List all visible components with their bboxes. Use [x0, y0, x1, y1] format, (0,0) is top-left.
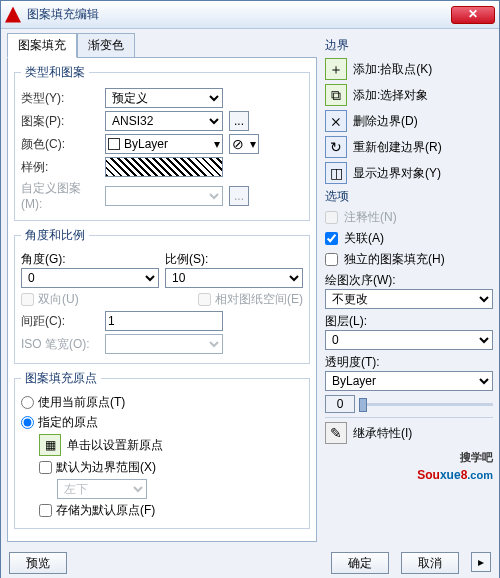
- label-click-set: 单击以设置新原点: [67, 437, 163, 454]
- select-custom: [105, 186, 223, 206]
- expand-button[interactable]: ▸: [471, 552, 491, 572]
- legend-type: 类型和图案: [21, 64, 89, 81]
- custom-browse-button: ...: [229, 186, 249, 206]
- select-type[interactable]: 预定义: [105, 88, 223, 108]
- tab-gradient[interactable]: 渐变色: [77, 33, 135, 58]
- btn-inherit[interactable]: ✎继承特性(I): [325, 422, 493, 444]
- label-custom: 自定义图案(M):: [21, 180, 99, 211]
- label-transparency: 透明度(T):: [325, 354, 493, 371]
- cancel-button[interactable]: 取消: [401, 552, 459, 574]
- legend-angle: 角度和比例: [21, 227, 89, 244]
- select-extents: 左下: [57, 479, 147, 499]
- btn-add-pickpoints[interactable]: ＋添加:拾取点(K): [325, 58, 493, 80]
- pattern-browse-button[interactable]: ...: [229, 111, 249, 131]
- tab-hatch[interactable]: 图案填充: [7, 33, 77, 58]
- btn-add-select[interactable]: ⧉添加:选择对象: [325, 84, 493, 106]
- btn-remove-boundary[interactable]: ⨯删除边界(D): [325, 110, 493, 132]
- radio-current-origin[interactable]: 使用当前原点(T): [21, 394, 303, 411]
- select-isopen: [105, 334, 223, 354]
- group-angle-scale: 角度和比例 角度(G): 0 比例(S): 10 双向(U): [14, 227, 310, 364]
- label-draworder: 绘图次序(W):: [325, 272, 493, 289]
- check-separate[interactable]: 独立的图案填充(H): [325, 251, 493, 268]
- sample-swatch[interactable]: [105, 157, 223, 177]
- select-draworder[interactable]: 不更改: [325, 289, 493, 309]
- group-type-pattern: 类型和图案 类型(Y): 预定义 图案(P): ANSI32 ... 颜色(C)…: [14, 64, 310, 221]
- label-color: 颜色(C):: [21, 136, 99, 153]
- color-value: ByLayer: [124, 137, 168, 151]
- set-origin-icon[interactable]: ▦: [39, 434, 61, 456]
- check-associative[interactable]: 关联(A): [325, 230, 493, 247]
- select-transparency[interactable]: ByLayer: [325, 371, 493, 391]
- label-type: 类型(Y):: [21, 90, 99, 107]
- select-color[interactable]: ByLayer▾: [105, 134, 223, 154]
- transparency-value: 0: [325, 395, 355, 413]
- check-store-default[interactable]: 存储为默认原点(F): [39, 502, 303, 519]
- check-annotative: 注释性(N): [325, 209, 493, 226]
- select-pattern[interactable]: ANSI32: [105, 111, 223, 131]
- label-angle: 角度(G):: [21, 251, 159, 268]
- transparency-slider[interactable]: [359, 403, 493, 406]
- label-spacing: 间距(C):: [21, 313, 99, 330]
- select-scale[interactable]: 10: [165, 268, 303, 288]
- label-isopen: ISO 笔宽(O):: [21, 336, 99, 353]
- title-options: 选项: [325, 188, 493, 205]
- label-pattern: 图案(P):: [21, 113, 99, 130]
- radio-specified-origin[interactable]: 指定的原点: [21, 414, 303, 431]
- watermark-logo: 搜学吧 Souxue8.com: [325, 450, 493, 483]
- label-scale: 比例(S):: [165, 251, 303, 268]
- btn-display-boundary[interactable]: ◫显示边界对象(Y): [325, 162, 493, 184]
- label-layer: 图层(L):: [325, 313, 493, 330]
- select-bgcolor[interactable]: ⊘▾: [229, 134, 259, 154]
- check-double: 双向(U): [21, 291, 79, 308]
- label-sample: 样例:: [21, 159, 99, 176]
- select-angle[interactable]: 0: [21, 268, 159, 288]
- check-default-extents[interactable]: 默认为边界范围(X): [39, 459, 303, 476]
- app-icon: [5, 7, 21, 23]
- input-spacing[interactable]: [105, 311, 223, 331]
- btn-recreate-boundary[interactable]: ↻重新创建边界(R): [325, 136, 493, 158]
- legend-origin: 图案填充原点: [21, 370, 101, 387]
- window-title: 图案填充编辑: [27, 6, 451, 23]
- ok-button[interactable]: 确定: [331, 552, 389, 574]
- preview-button[interactable]: 预览: [9, 552, 67, 574]
- title-boundaries: 边界: [325, 37, 493, 54]
- check-paperspace: 相对图纸空间(E): [198, 291, 303, 308]
- titlebar: 图案填充编辑 ✕: [1, 1, 499, 29]
- close-button[interactable]: ✕: [451, 6, 495, 24]
- group-origin: 图案填充原点 使用当前原点(T) 指定的原点 ▦ 单击以设置新原点 默认为边界范…: [14, 370, 310, 529]
- select-layer[interactable]: 0: [325, 330, 493, 350]
